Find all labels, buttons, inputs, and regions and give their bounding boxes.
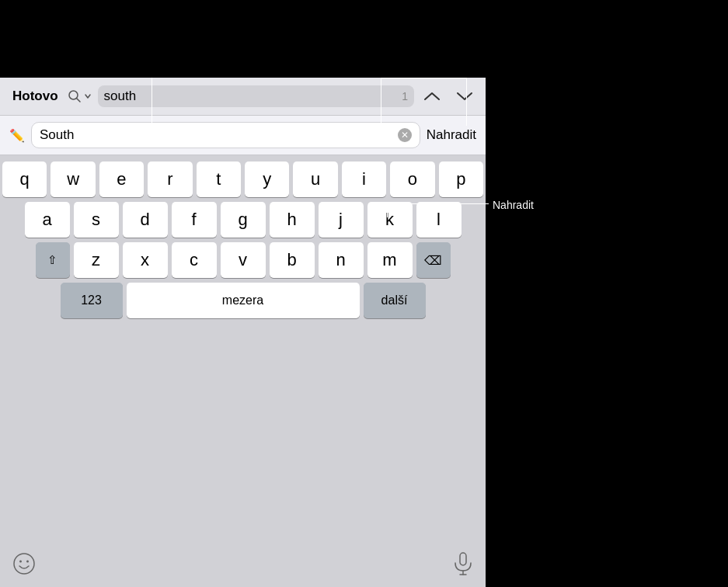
prev-match-button[interactable]	[420, 86, 444, 107]
key-m[interactable]: m	[367, 242, 413, 278]
pencil-icon: ✏️	[9, 128, 25, 143]
emoji-icon	[12, 552, 36, 575]
chevron-up-icon	[423, 91, 441, 102]
key-b[interactable]: b	[270, 242, 315, 278]
key-r[interactable]: r	[148, 162, 192, 197]
key-g[interactable]: g	[221, 202, 266, 238]
search-input[interactable]	[104, 89, 398, 104]
emoji-button[interactable]	[12, 552, 36, 581]
replace-label[interactable]: Nahradit	[427, 127, 476, 143]
key-s[interactable]: s	[74, 202, 119, 238]
chevron-down-icon	[456, 91, 473, 102]
key-j[interactable]: j	[319, 202, 364, 238]
replace-input-container: ✕	[31, 122, 420, 148]
key-row-1: q w e r t y u i o p	[2, 162, 483, 197]
key-x[interactable]: x	[123, 242, 168, 278]
search-bar: Hotovo 1	[0, 78, 486, 116]
key-l[interactable]: l	[416, 202, 462, 238]
search-icon-wrap	[68, 89, 92, 103]
next-key[interactable]: další	[364, 283, 426, 318]
key-z[interactable]: z	[74, 242, 119, 278]
nav-buttons	[420, 86, 476, 107]
annotation-label-replace: Nahradit	[493, 199, 534, 211]
key-n[interactable]: n	[319, 242, 364, 278]
keyboard-bottom	[0, 549, 486, 587]
key-a[interactable]: a	[25, 202, 70, 238]
svg-line-1	[76, 99, 80, 102]
svg-point-3	[19, 561, 22, 563]
key-i[interactable]: i	[342, 162, 386, 197]
phone-panel: Hotovo 1	[0, 78, 486, 587]
done-button[interactable]: Hotovo	[9, 89, 61, 104]
delete-key[interactable]: ⌫	[416, 242, 451, 278]
key-w[interactable]: w	[51, 162, 95, 197]
keyboard: q w e r t y u i o p a s d f g h j k l ⇧ …	[0, 155, 486, 549]
shift-key[interactable]: ⇧	[36, 242, 70, 278]
svg-rect-5	[460, 553, 466, 565]
key-f[interactable]: f	[172, 202, 217, 238]
key-123[interactable]: 123	[61, 283, 123, 318]
key-h[interactable]: h	[270, 202, 315, 238]
key-e[interactable]: e	[99, 162, 144, 197]
search-input-container: 1	[98, 85, 414, 107]
key-c[interactable]: c	[172, 242, 217, 278]
clear-replace-button[interactable]: ✕	[398, 128, 412, 142]
key-row-3: ⇧ z x c v b n m ⌫	[2, 242, 483, 278]
key-row-4: 123 mezera další	[2, 283, 483, 318]
search-icon	[68, 89, 82, 103]
replace-bar: ✏️ ✕ Nahradit	[0, 116, 486, 155]
replace-input[interactable]	[40, 127, 393, 143]
key-v[interactable]: v	[221, 242, 266, 278]
svg-point-2	[14, 554, 34, 574]
next-match-button[interactable]	[453, 86, 476, 107]
spacebar-key[interactable]: mezera	[127, 283, 360, 318]
key-d[interactable]: d	[123, 202, 168, 238]
match-count: 1	[402, 90, 408, 102]
mic-button[interactable]	[453, 552, 473, 581]
key-t[interactable]: t	[197, 162, 241, 197]
key-k[interactable]: k	[367, 202, 413, 238]
chevron-down-icon	[84, 92, 92, 100]
key-u[interactable]: u	[293, 162, 337, 197]
key-p[interactable]: p	[439, 162, 483, 197]
key-o[interactable]: o	[390, 162, 434, 197]
svg-point-4	[26, 561, 29, 563]
key-q[interactable]: q	[2, 162, 47, 197]
key-row-2: a s d f g h j k l	[2, 202, 483, 238]
key-y[interactable]: y	[245, 162, 289, 197]
mic-icon	[453, 552, 473, 575]
